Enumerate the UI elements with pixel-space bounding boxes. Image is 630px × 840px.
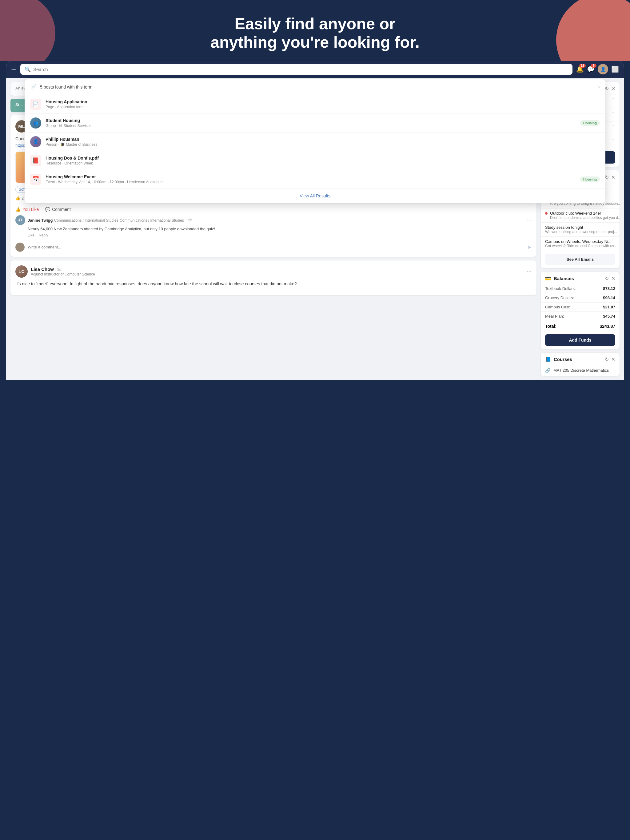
like-button[interactable]: 👍 You Like xyxy=(15,207,39,212)
balances-refresh-icon[interactable]: ↻ xyxy=(605,275,609,281)
comment-input[interactable] xyxy=(28,245,524,249)
hero-title: Easily find anyone or anything you're lo… xyxy=(207,15,423,52)
balances-widget-actions: ↻ ✕ xyxy=(605,275,615,281)
balance-row-campus-cash: Campus Cash: $21.87 xyxy=(541,302,619,311)
result-title: Housing Application xyxy=(46,99,600,104)
balance-row-textbook: Textbook Dollars: $78.12 xyxy=(541,284,619,293)
pdf-icon: 📕 xyxy=(30,155,41,166)
total-value: $243.87 xyxy=(600,324,615,329)
add-funds-button[interactable]: Add Funds xyxy=(545,334,615,346)
comment-author: Janine Twigg xyxy=(28,218,52,223)
courses-title: 📘 Courses xyxy=(545,356,572,362)
balance-value: $98.14 xyxy=(603,295,615,300)
hero-decoration-circle xyxy=(556,0,630,61)
unread-dot-2 xyxy=(545,212,548,215)
post-author-name-2: Lisa Chow xyxy=(31,267,54,272)
email-subject-3: Study session tonight xyxy=(545,225,617,230)
search-input[interactable] xyxy=(33,67,568,72)
post-menu-icon-2[interactable]: ··· xyxy=(526,268,532,275)
result-sub: Person · 🎓 Master of Business xyxy=(46,142,600,147)
comment-header: JT Janine Twigg Communications / Interna… xyxy=(15,215,532,225)
view-all-results-link[interactable]: View All Results xyxy=(300,193,330,198)
courses-refresh-icon[interactable]: ↻ xyxy=(605,356,609,362)
notifications-badge: 12 xyxy=(579,64,586,68)
comment-reply-btn[interactable]: Reply xyxy=(39,233,48,237)
result-title: Housing Dos & Dont's.pdf xyxy=(46,156,600,161)
comment-menu-icon[interactable]: ··· xyxy=(527,217,532,223)
group-avatar-icon: 👥 xyxy=(30,117,41,128)
comment-section: JT Janine Twigg Communications / Interna… xyxy=(15,212,532,252)
email-subject-2: Outdoor club: Weekend 14er xyxy=(550,211,619,216)
dropdown-header[interactable]: 📄 5 posts found with this term › xyxy=(25,79,605,95)
comment-actions: Like Reply xyxy=(28,233,532,237)
courses-close-icon[interactable]: ✕ xyxy=(611,356,615,362)
chevron-up-icon: ⌃ xyxy=(611,98,615,103)
course-name: MAT 205 Discrete Mathematics xyxy=(553,368,609,373)
balance-value: $45.74 xyxy=(603,314,615,319)
comment-dept-text: Communications / International Studies xyxy=(120,218,184,223)
hero-section: Easily find anyone or anything you're lo… xyxy=(0,0,630,61)
search-dropdown: 📄 5 posts found with this term › 📄 Housi… xyxy=(25,79,605,203)
app-container: ☰ 🔍 🔔 12 💬 5 👤 ⬜ 📄 5 posts found with th… xyxy=(6,61,624,381)
balance-row-meal-plan: Meal Plan: $45.74 xyxy=(541,311,619,321)
send-icon[interactable]: ➤ xyxy=(527,244,532,251)
email-item-2[interactable]: Outdoor club: Weekend 14er Don't let pan… xyxy=(541,208,619,222)
balance-total-row: Total: $243.87 xyxy=(541,321,619,331)
chevron-up-icon-3: ⌃ xyxy=(611,125,615,129)
balance-label: Meal Plan: xyxy=(545,314,564,319)
comment-like-btn[interactable]: Like xyxy=(28,233,35,237)
balance-value: $21.87 xyxy=(603,305,615,309)
dropdown-footer: View All Results xyxy=(25,189,605,203)
balance-value: $78.12 xyxy=(603,286,615,291)
post-actions: 👍 You Like 💬 Comment xyxy=(15,204,532,212)
balance-label: Campus Cash: xyxy=(545,305,571,309)
courses-icon: 📘 xyxy=(545,356,551,362)
result-title: Phillip Housman xyxy=(46,137,600,142)
result-sub: Page · Application form xyxy=(46,105,600,109)
layout-toggle-icon[interactable]: ⬜ xyxy=(611,65,619,73)
see-all-emails-button[interactable]: See All Emails xyxy=(545,254,615,265)
search-bar-container[interactable]: 🔍 xyxy=(20,64,573,75)
result-title: Student Housing xyxy=(46,118,576,123)
courses-widget-header: 📘 Courses ↻ ✕ xyxy=(541,353,619,365)
course-item-1[interactable]: 🔗 MAT 205 Discrete Mathematics xyxy=(541,365,619,376)
housing-tag-2: Housing xyxy=(580,177,600,182)
result-title: Housing Welcome Event xyxy=(46,174,576,179)
courses-widget: 📘 Courses ↻ ✕ 🔗 MAT 205 Discrete Mathema… xyxy=(541,353,619,376)
search-result-housing-pdf[interactable]: 📕 Housing Dos & Dont's.pdf Resource · Or… xyxy=(25,151,605,170)
balance-label: Textbook Dollars: xyxy=(545,286,576,291)
partial-card-text2: St... xyxy=(15,103,23,107)
email-preview-3: We were talking about working on our pro… xyxy=(545,230,617,234)
notifications-button[interactable]: 🔔 12 xyxy=(576,65,584,73)
search-icon: 🔍 xyxy=(25,66,31,72)
post-author-role-2: Adjunct Instructor of Computer Science xyxy=(31,272,95,276)
messages-button[interactable]: 💬 5 xyxy=(587,65,595,73)
email-item-4[interactable]: Campus on Wheels: Wednesday Ni... Got wh… xyxy=(541,237,619,251)
messages-badge: 5 xyxy=(591,64,597,68)
hamburger-icon[interactable]: ☰ xyxy=(11,65,17,73)
result-sub: Event · Wednesday, Apr 14, 10:00am - 12:… xyxy=(46,180,576,184)
housing-tag: Housing xyxy=(580,120,600,126)
search-result-housing-application[interactable]: 📄 Housing Application Page · Application… xyxy=(25,95,605,114)
calendar-close-icon[interactable]: ✕ xyxy=(611,86,615,92)
post-author-2: LC Lisa Chow 1d Adjunct Instructor of Co… xyxy=(15,265,95,278)
search-result-housing-event[interactable]: 📅 Housing Welcome Event Event · Wednesda… xyxy=(25,170,605,189)
search-result-student-housing[interactable]: 👥 Student Housing Group · 🏛 Student Serv… xyxy=(25,114,605,133)
posts-icon: 📄 xyxy=(30,84,37,90)
courses-widget-actions: ↻ ✕ xyxy=(605,356,615,362)
comment-item: JT Janine Twigg Communications / Interna… xyxy=(15,215,532,237)
email-item-3[interactable]: Study session tonight We were talking ab… xyxy=(541,222,619,237)
dropdown-header-left: 📄 5 posts found with this term xyxy=(30,84,92,90)
office365-close-icon[interactable]: ✕ xyxy=(611,174,615,180)
nav-icons: 🔔 12 💬 5 👤 ⬜ xyxy=(576,64,619,74)
chevron-up-icon-2: ⌃ xyxy=(611,111,615,116)
balances-close-icon[interactable]: ✕ xyxy=(611,275,615,281)
comment-dept: Communications / International Studies xyxy=(54,218,119,223)
user-avatar[interactable]: 👤 xyxy=(598,64,608,74)
comment-input-avatar xyxy=(15,243,25,252)
search-result-phillip-housman[interactable]: 👤 Phillip Housman Person · 🎓 Master of B… xyxy=(25,133,605,151)
hero-decoration-circle2 xyxy=(0,0,55,61)
comment-button[interactable]: 💬 Comment xyxy=(45,207,71,212)
top-navigation: ☰ 🔍 🔔 12 💬 5 👤 ⬜ xyxy=(6,61,624,78)
avatar-2: LC xyxy=(15,265,28,278)
